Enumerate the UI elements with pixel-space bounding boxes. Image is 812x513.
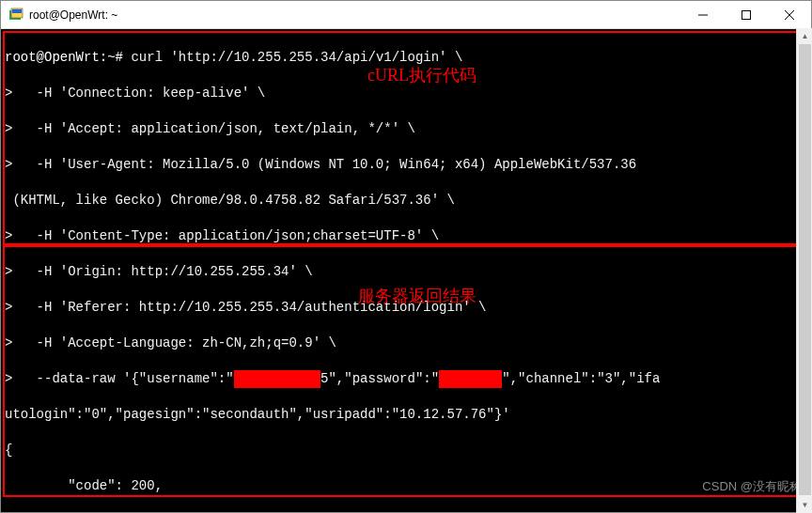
curl-header-line: > -H 'User-Agent: Mozilla/5.0 (Windows N… bbox=[5, 156, 807, 174]
terminal-output[interactable]: root@OpenWrt:~# curl 'http://10.255.255.… bbox=[1, 29, 811, 512]
curl-header-line: > -H 'Connection: keep-alive' \ bbox=[5, 85, 807, 102]
curl-data-raw: > --data-raw '{"username":" 5","password… bbox=[5, 370, 807, 388]
window-controls bbox=[681, 1, 811, 28]
curl-data-raw-cont: utologin":"0","pagesign":"secondauth","u… bbox=[5, 406, 807, 424]
svg-rect-4 bbox=[742, 11, 751, 20]
curl-command: curl 'http://10.255.255.34/api/v1/login'… bbox=[123, 50, 462, 65]
close-button[interactable] bbox=[768, 1, 811, 29]
minimize-button[interactable] bbox=[681, 1, 725, 29]
annotation-label-curl: cURL执行代码 bbox=[367, 67, 476, 85]
scroll-thumb[interactable] bbox=[799, 44, 811, 495]
maximize-button[interactable] bbox=[725, 1, 768, 29]
vertical-scrollbar[interactable]: ▲ ▼ bbox=[796, 28, 812, 513]
redacted-username bbox=[234, 370, 320, 388]
scroll-up-arrow[interactable]: ▲ bbox=[797, 28, 812, 44]
curl-header-line: > -H 'Content-Type: application/json;cha… bbox=[5, 227, 807, 245]
putty-icon bbox=[8, 8, 23, 23]
curl-header-line: > -H 'Origin: http://10.255.255.34' \ bbox=[5, 263, 807, 281]
svg-rect-2 bbox=[12, 9, 22, 13]
shell-prompt: root@OpenWrt:~# bbox=[5, 50, 123, 65]
window-title: root@OpenWrt: ~ bbox=[29, 8, 681, 22]
titlebar[interactable]: root@OpenWrt: ~ bbox=[1, 1, 811, 29]
scroll-down-arrow[interactable]: ▼ bbox=[797, 497, 812, 513]
response-line: { bbox=[5, 442, 807, 459]
curl-header-line: > -H 'Referer: http://10.255.255.34/auth… bbox=[5, 299, 807, 317]
redacted-password bbox=[439, 370, 502, 388]
curl-header-line: > -H 'Accept: application/json, text/pla… bbox=[5, 120, 807, 138]
curl-header-line: > -H 'Accept-Language: zh-CN,zh;q=0.9' \ bbox=[5, 334, 807, 352]
app-window: root@OpenWrt: ~ root@OpenWrt:~# curl 'ht… bbox=[0, 0, 812, 513]
curl-header-line: (KHTML, like Gecko) Chrome/98.0.4758.82 … bbox=[5, 192, 807, 210]
response-line: "code": 200, bbox=[5, 477, 807, 495]
